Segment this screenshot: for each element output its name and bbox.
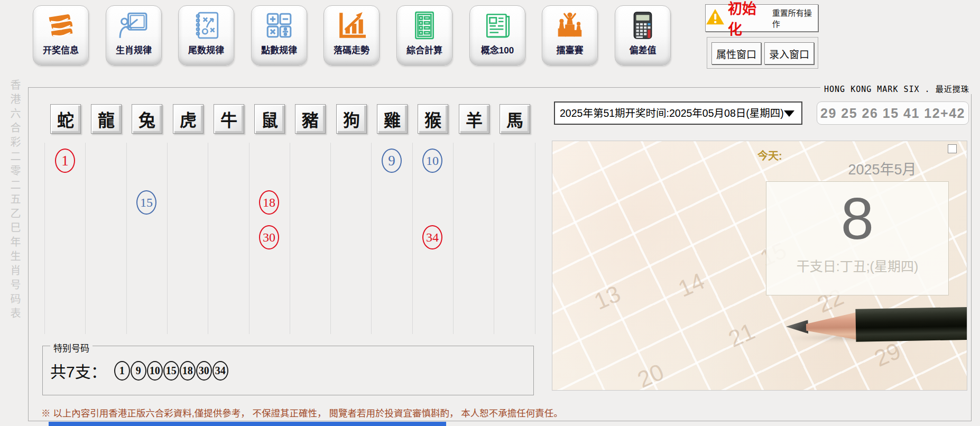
calendar-faint-number: 21 — [724, 318, 759, 353]
special-number-circles: 191015183034 — [114, 361, 229, 381]
checklist-icon — [410, 11, 439, 40]
marked-number-15[interactable]: 15 — [136, 190, 156, 215]
column-separator — [453, 143, 454, 334]
zodiac-button-12[interactable]: 馬 — [500, 104, 530, 134]
column-separator — [249, 143, 249, 334]
special-number-9: 9 — [131, 361, 146, 381]
toolbar-button-label: 偏差值 — [630, 43, 657, 56]
special-number-10: 10 — [147, 361, 163, 381]
special-numbers-legend: 特别号码 — [50, 341, 93, 354]
calendar-faint-number: 20 — [633, 358, 668, 391]
calendar-month-label: 2025年5月 — [792, 158, 967, 179]
dropdown-arrow-icon — [784, 110, 794, 117]
zodiac-button-2[interactable]: 龍 — [91, 104, 122, 134]
toolbar-button-label: 點數规律 — [261, 43, 297, 56]
calendar-today-label: 今天: — [757, 147, 782, 163]
latest-result-box: 29 25 26 15 41 12+42 — [817, 101, 969, 125]
special-number-30: 30 — [196, 361, 212, 381]
special-numbers-fieldset: 特别号码 共7支： 191015183034 — [42, 346, 534, 395]
vertical-title: 香港六合彩二零二五乙巳年生肖号码表 — [7, 79, 23, 322]
column-separator — [290, 143, 290, 334]
column-separator — [412, 143, 413, 334]
column-separator — [371, 143, 372, 334]
toolbar-button-arithmetic[interactable]: 點數规律 — [251, 5, 307, 66]
toolbar-button-label: 生肖规律 — [116, 43, 152, 56]
special-number-1: 1 — [114, 361, 130, 381]
special-number-18: 18 — [180, 361, 196, 381]
calendar-faint-number: 14 — [674, 267, 708, 302]
draw-period-value: 2025年第51期开奖时间:2025年05月08日(星期四) — [560, 103, 784, 124]
column-separator — [330, 143, 331, 334]
calendar-faint-number: 13 — [590, 280, 624, 315]
toolbar-button-label: 擂臺賽 — [557, 43, 584, 56]
column-separator — [167, 143, 168, 334]
main-groupbox-legend: HONG KONG MARK SIX . 最近搅珠 — [820, 83, 973, 94]
trend-chart-icon — [337, 11, 366, 40]
marked-number-30[interactable]: 30 — [259, 225, 279, 249]
podium-icon — [555, 11, 585, 40]
books-icon — [46, 11, 76, 40]
toolbar-button-label: 綜合計算 — [406, 43, 442, 56]
initialize-sublabel: 重置所有操作 — [772, 7, 818, 29]
toolbar-button-label: 概念100 — [481, 43, 514, 56]
entry-window-button[interactable]: 录入窗口 — [764, 42, 814, 64]
initialize-button[interactable]: 初始化 重置所有操作 — [705, 4, 818, 32]
toolbar-button-checklist[interactable]: 綜合計算 — [396, 5, 452, 66]
zodiac-button-7[interactable]: 豬 — [295, 104, 326, 134]
toolbar-button-label: 开奖信息 — [43, 43, 79, 56]
toolbar-button-presenter[interactable]: 生肖规律 — [106, 5, 162, 66]
presenter-icon — [119, 11, 149, 40]
zodiac-button-8[interactable]: 狗 — [336, 104, 367, 134]
zodiac-button-9[interactable]: 雞 — [377, 104, 408, 134]
initialize-label: 初始化 — [728, 0, 769, 39]
calendar-day-card: 8 干支日:丁丑;(星期四) — [766, 181, 949, 295]
zodiac-button-4[interactable]: 虎 — [173, 104, 204, 134]
zodiac-button-11[interactable]: 羊 — [459, 104, 489, 134]
special-count-label: 共7支： — [50, 359, 107, 382]
column-separator — [208, 143, 208, 334]
newspaper-icon — [483, 11, 512, 40]
toolbar-button-label: 落碼走勢 — [334, 43, 369, 56]
calendar-panel: 13141520212229 今天: 2025年5月 8 干支日:丁丑;(星期四… — [552, 141, 967, 391]
column-separator — [494, 143, 494, 334]
column-separator — [535, 143, 535, 334]
toolbar-button-strategy[interactable]: 尾数规律 — [178, 5, 234, 66]
marked-number-1[interactable]: 1 — [55, 149, 75, 173]
calendar-day-number: 8 — [766, 189, 948, 248]
marked-number-18[interactable]: 18 — [259, 190, 279, 215]
marked-number-9[interactable]: 9 — [382, 149, 402, 173]
zodiac-button-5[interactable]: 牛 — [214, 104, 244, 134]
pencil-graphic — [781, 307, 967, 348]
app-window: 开奖信息生肖规律尾数规律點數规律落碼走勢綜合計算概念100擂臺賽偏差值 初始化 … — [0, 0, 980, 426]
draw-period-select[interactable]: 2025年第51期开奖时间:2025年05月08日(星期四) — [554, 101, 802, 125]
marked-number-34[interactable]: 34 — [422, 225, 442, 249]
background-window-strip — [49, 422, 446, 426]
calculator-icon — [628, 11, 658, 40]
strategy-icon — [191, 11, 221, 40]
marked-number-10[interactable]: 10 — [422, 149, 442, 173]
toolbar-button-label: 尾数规律 — [188, 43, 224, 56]
calendar-ganzhi-label: 干支日:丁丑;(星期四) — [766, 256, 948, 275]
warning-icon — [706, 8, 725, 27]
toolbar-button-podium[interactable]: 擂臺賽 — [542, 5, 598, 66]
calendar-checkbox[interactable] — [948, 144, 957, 153]
zodiac-button-1[interactable]: 蛇 — [50, 104, 81, 134]
column-separator — [44, 143, 45, 334]
toolbar-button-trend-chart[interactable]: 落碼走勢 — [323, 5, 380, 66]
disclaimer-text: ※ 以上內容引用香港正版六合彩資料,僅提供參考， 不保證其正確性， 閱覽者若用於… — [41, 406, 563, 419]
special-number-34: 34 — [212, 361, 228, 381]
zodiac-button-3[interactable]: 兔 — [132, 104, 162, 134]
toolbar-button-calculator[interactable]: 偏差值 — [615, 5, 671, 66]
window-buttons-group: 属性窗口 录入窗口 — [707, 37, 818, 69]
property-window-button[interactable]: 属性窗口 — [711, 42, 761, 64]
toolbar-button-books[interactable]: 开奖信息 — [33, 5, 89, 66]
special-number-15: 15 — [163, 361, 179, 381]
zodiac-button-6[interactable]: 鼠 — [254, 104, 285, 134]
special-numbers-row: 共7支： 191015183034 — [50, 359, 229, 382]
toolbar-button-newspaper[interactable]: 概念100 — [469, 5, 525, 66]
column-separator — [85, 143, 86, 334]
column-separator — [126, 143, 127, 334]
arithmetic-icon — [264, 11, 294, 40]
zodiac-button-10[interactable]: 猴 — [418, 104, 448, 134]
